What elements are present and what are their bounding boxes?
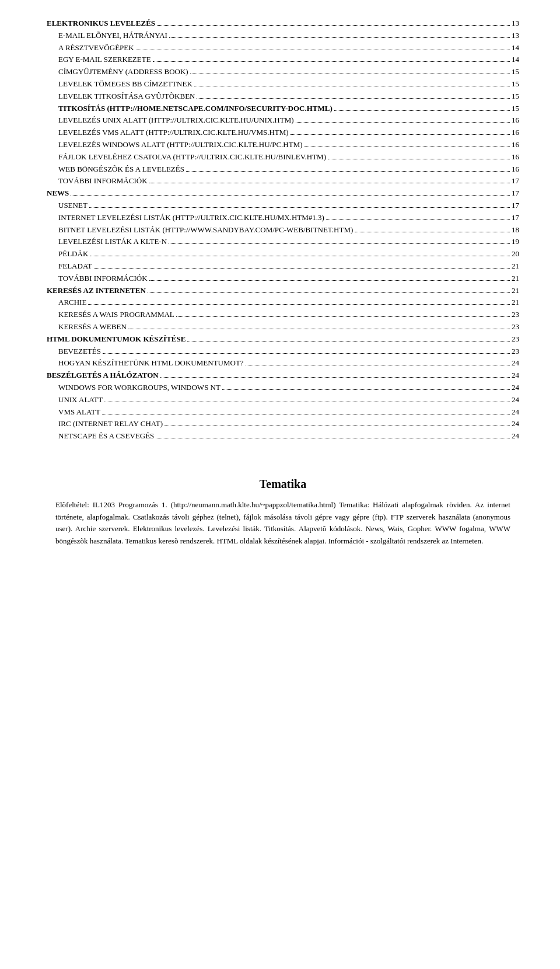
toc-label: CÍMGYÛJTEMÉNY (ADDRESS BOOK)	[58, 66, 188, 78]
toc-line: USENET17	[47, 200, 519, 212]
toc-dots	[187, 341, 510, 341]
toc-dots	[160, 377, 510, 378]
toc-line: IRC (INTERNET RELAY CHAT)24	[47, 418, 519, 430]
toc-label: IRC (INTERNET RELAY CHAT)	[58, 418, 163, 430]
toc-label: WEB BÖNGÉSZÕK ÉS A LEVELEZÉS	[58, 163, 184, 176]
toc-line: NEWS17	[47, 187, 519, 200]
toc-line: VMS ALATT24	[47, 406, 519, 419]
toc-label: E-MAIL ELÕNYEI, HÁTRÁNYAI	[58, 30, 167, 42]
toc-line: BEVEZETÉS23	[47, 346, 519, 358]
toc-line: TITKOSÍTÁS (HTTP://HOME.NETSCAPE.COM/INF…	[47, 103, 519, 115]
toc-line: CÍMGYÛJTEMÉNY (ADDRESS BOOK)15	[47, 66, 519, 78]
toc-dots	[355, 232, 510, 232]
toc-page: 21	[512, 273, 519, 285]
toc-label: A RÉSZTVEVÕGÉPEK	[58, 42, 134, 54]
toc-page: 24	[512, 406, 519, 419]
toc-label: TITKOSÍTÁS (HTTP://HOME.NETSCAPE.COM/INF…	[58, 103, 332, 115]
toc-page: 17	[512, 200, 519, 212]
toc-page: 15	[512, 90, 519, 103]
toc-page: 23	[512, 321, 519, 333]
document-page: ELEKTRONIKUS LEVELEZÉS13E-MAIL ELÕNYEI, …	[47, 18, 519, 548]
toc-dots	[149, 183, 510, 183]
toc-line: UNIX ALATT24	[47, 394, 519, 406]
toc-label: USENET	[58, 200, 88, 212]
toc-line: NETSCAPE ÉS A CSEVEGÉS24	[47, 430, 519, 442]
toc-dots	[222, 389, 510, 390]
toc-label: ELEKTRONIKUS LEVELEZÉS	[47, 18, 155, 30]
toc-label: UNIX ALATT	[58, 394, 103, 406]
toc-label: PÉLDÁK	[58, 248, 88, 260]
toc-label: KERESÉS AZ INTERNETEN	[47, 285, 146, 297]
toc-label: BEVEZETÉS	[58, 346, 101, 358]
toc-line: HTML DOKUMENTUMOK KÉSZÍTÉSE23	[47, 333, 519, 346]
toc-line: HOGYAN KÉSZÍTHETÜNK HTML DOKUMENTUMOT?24	[47, 357, 519, 370]
toc-dots	[169, 37, 510, 38]
toc-line: INTERNET LEVELEZÉSI LISTÁK (HTTP://ULTRI…	[47, 212, 519, 224]
toc-dots	[169, 243, 510, 244]
toc-line: ELEKTRONIKUS LEVELEZÉS13	[47, 18, 519, 30]
toc-page: 17	[512, 187, 519, 200]
toc-line: LEVELEZÉS VMS ALATT (HTTP://ULTRIX.CIC.K…	[47, 127, 519, 139]
toc-page: 20	[512, 248, 519, 260]
toc-label: HOGYAN KÉSZÍTHETÜNK HTML DOKUMENTUMOT?	[58, 357, 244, 370]
toc-page: 13	[512, 18, 519, 30]
toc-line: FELADAT21	[47, 260, 519, 273]
toc-page: 16	[512, 139, 519, 151]
toc-line: TOVÁBBI INFORMÁCIÓK17	[47, 175, 519, 187]
toc-dots	[176, 316, 510, 317]
toc-page: 19	[512, 236, 519, 248]
toc-dots	[164, 426, 510, 426]
toc-line: FÁJLOK LEVELÉHEZ CSATOLVA (HTTP://ULTRIX…	[47, 151, 519, 163]
toc-dots	[290, 134, 510, 135]
toc-page: 15	[512, 103, 519, 115]
toc-label: NETSCAPE ÉS A CSEVEGÉS	[58, 430, 154, 442]
toc-line: WINDOWS FOR WORKGROUPS, WINDOWS NT24	[47, 382, 519, 394]
toc-page: 15	[512, 66, 519, 78]
toc-label: FELADAT	[58, 260, 92, 273]
toc-container: ELEKTRONIKUS LEVELEZÉS13E-MAIL ELÕNYEI, …	[47, 18, 519, 442]
toc-dots	[326, 219, 510, 220]
toc-dots	[194, 86, 510, 86]
toc-dots	[304, 147, 510, 147]
toc-dots	[246, 365, 510, 365]
toc-dots	[89, 207, 510, 208]
toc-dots	[148, 292, 510, 293]
toc-dots	[104, 402, 510, 402]
toc-line: LEVELEZÉS UNIX ALATT (HTTP://ULTRIX.CIC.…	[47, 114, 519, 127]
toc-dots	[103, 353, 510, 354]
toc-line: LEVELEK TITKOSÍTÁSA GYÛJTÕKBEN15	[47, 90, 519, 103]
toc-page: 16	[512, 127, 519, 139]
toc-dots	[153, 61, 510, 62]
toc-line: A RÉSZTVEVÕGÉPEK14	[47, 42, 519, 54]
toc-page: 21	[512, 297, 519, 309]
toc-page: 17	[512, 212, 519, 224]
toc-page: 24	[512, 357, 519, 370]
toc-page: 14	[512, 54, 519, 66]
toc-line: E-MAIL ELÕNYEI, HÁTRÁNYAI13	[47, 30, 519, 42]
toc-page: 17	[512, 175, 519, 187]
toc-page: 16	[512, 163, 519, 176]
toc-page: 23	[512, 333, 519, 346]
toc-label: EGY E-MAIL SZERKEZETE	[58, 54, 151, 66]
toc-label: VMS ALATT	[58, 406, 100, 419]
toc-dots	[334, 110, 510, 111]
toc-line: EGY E-MAIL SZERKEZETE14	[47, 54, 519, 66]
toc-label: HTML DOKUMENTUMOK KÉSZÍTÉSE	[47, 333, 186, 346]
tematika-body: Elõfeltétel: IL1203 Programozás 1. (http…	[55, 499, 510, 548]
toc-page: 23	[512, 346, 519, 358]
toc-page: 24	[512, 382, 519, 394]
toc-dots	[156, 438, 510, 438]
toc-label: LEVELEZÉS UNIX ALATT (HTTP://ULTRIX.CIC.…	[58, 114, 294, 127]
toc-label: LEVELEK TÖMEGES BB CÍMZETTNEK	[58, 78, 192, 90]
toc-dots	[136, 50, 510, 50]
toc-label: NEWS	[47, 187, 69, 200]
tematika-title: Tematika	[47, 477, 519, 491]
toc-page: 24	[512, 394, 519, 406]
toc-line: BESZÉLGETÉS A HÁLÓZATON24	[47, 370, 519, 382]
toc-line: KERESÉS A WEBEN23	[47, 321, 519, 333]
toc-dots	[149, 280, 510, 281]
toc-line: KERESÉS A WAIS PROGRAMMAL23	[47, 309, 519, 321]
toc-dots	[102, 414, 510, 414]
tematika-section: Tematika Elõfeltétel: IL1203 Programozás…	[47, 477, 519, 548]
toc-page: 18	[512, 224, 519, 236]
